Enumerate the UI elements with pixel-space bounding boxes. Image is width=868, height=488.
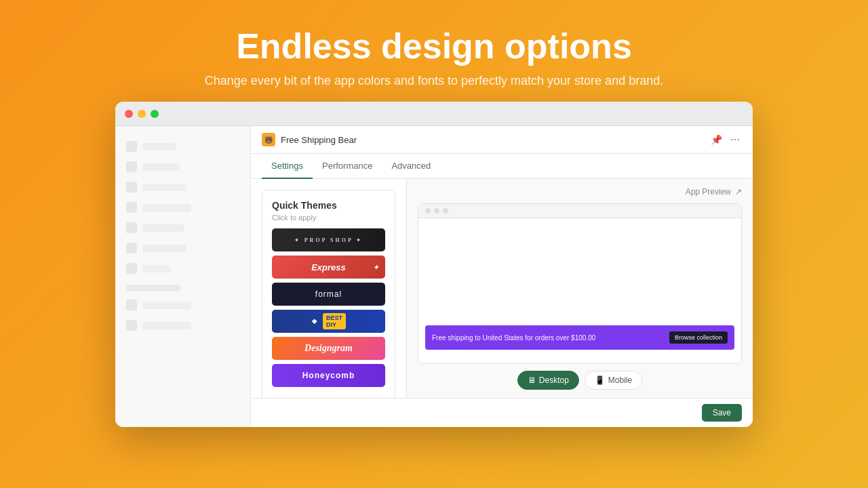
browser-titlebar <box>115 102 753 126</box>
preview-label: App Preview <box>686 187 731 197</box>
sidebar-label-orders <box>142 163 180 171</box>
hero-subtitle: Change every bit of the app colors and f… <box>205 74 663 88</box>
sidebar-item-products[interactable] <box>115 178 250 197</box>
preview-dot-2 <box>434 208 439 214</box>
products-icon <box>126 182 137 192</box>
theme-prop-shop-label: ✦ PROP SHOP ✦ <box>272 228 385 251</box>
theme-express-label: Express <box>311 262 346 272</box>
tab-advanced[interactable]: Advanced <box>382 154 440 179</box>
preview-browser: Free shipping to United States for order… <box>418 203 742 364</box>
sidebar <box>115 126 251 427</box>
analytics-icon <box>126 222 137 233</box>
sidebar-section-label <box>126 285 180 291</box>
more-icon[interactable]: ⋯ <box>728 133 742 146</box>
header-icons: 📌 ⋯ <box>709 133 742 146</box>
apps-icon <box>126 263 137 274</box>
mobile-button[interactable]: 📱 Mobile <box>585 371 642 390</box>
customers-icon <box>126 202 137 213</box>
sidebar-label-home <box>142 143 176 150</box>
app-layout: 🐻 Free Shipping Bear 📌 ⋯ Settings Perfor… <box>115 126 753 427</box>
theme-designgram-label: Designgram <box>304 343 353 354</box>
sidebar-item-discounts[interactable] <box>115 239 250 258</box>
theme-best-diy[interactable]: ❖ BESTDIY <box>272 310 385 333</box>
sidebar-item-online-store[interactable] <box>115 296 250 314</box>
sidebar-item-apps[interactable] <box>115 259 250 278</box>
save-button[interactable]: Save <box>702 404 742 422</box>
preview-dot-1 <box>425 208 431 214</box>
preview-header: App Preview ↗ <box>418 187 742 197</box>
desktop-label: Desktop <box>539 375 569 385</box>
sidebar-item-orders[interactable] <box>115 157 250 176</box>
device-toggle: 🖥 Desktop 📱 Mobile <box>418 371 742 390</box>
traffic-light-yellow[interactable] <box>138 110 146 118</box>
sidebar-item-pos[interactable] <box>115 316 250 335</box>
traffic-light-red[interactable] <box>125 110 133 118</box>
sidebar-label-discounts <box>142 245 186 252</box>
theme-prop-shop[interactable]: ✦ PROP SHOP ✦ <box>272 228 385 251</box>
desktop-button[interactable]: 🖥 Desktop <box>517 371 579 390</box>
app-name: Free Shipping Bear <box>281 135 709 145</box>
quick-themes-card: Quick Themes Click to apply ✦ PROP SHOP … <box>262 190 395 398</box>
content-area: Quick Themes Click to apply ✦ PROP SHOP … <box>251 179 753 398</box>
preview-content: Free shipping to United States for order… <box>418 218 741 363</box>
pin-icon[interactable]: 📌 <box>709 133 723 146</box>
desktop-icon: 🖥 <box>528 375 536 385</box>
hero-section: Endless design options Change every bit … <box>205 0 663 88</box>
theme-best-diy-label: BESTDIY <box>323 313 346 329</box>
quick-themes-subtitle: Click to apply <box>272 214 385 222</box>
preview-bar-text: Free shipping to United States for order… <box>432 334 595 342</box>
theme-formal[interactable]: formal <box>272 283 385 306</box>
sidebar-item-customers[interactable] <box>115 198 250 217</box>
hero-title: Endless design options <box>205 27 663 66</box>
tab-settings[interactable]: Settings <box>262 154 313 179</box>
sidebar-item-analytics[interactable] <box>115 218 250 237</box>
preview-panel: App Preview ↗ Free shipping to United St… <box>407 179 753 398</box>
theme-designgram[interactable]: Designgram <box>272 337 385 360</box>
orders-icon <box>126 161 137 172</box>
save-bar: Save <box>251 398 753 427</box>
external-link-icon[interactable]: ↗ <box>735 187 742 197</box>
best-diy-arrow: ❖ <box>311 318 317 325</box>
mobile-icon: 📱 <box>595 375 605 385</box>
online-store-icon <box>126 300 137 310</box>
sidebar-label-customers <box>142 204 191 211</box>
home-icon <box>126 141 137 152</box>
preview-bar-button[interactable]: Browse collection <box>669 331 728 344</box>
sidebar-label-apps <box>142 265 171 272</box>
pos-icon <box>126 320 137 331</box>
sidebar-label-pos <box>142 322 191 329</box>
discounts-icon <box>126 243 137 253</box>
app-header: 🐻 Free Shipping Bear 📌 ⋯ <box>251 126 753 154</box>
sidebar-label-analytics <box>142 224 184 232</box>
mobile-label: Mobile <box>608 375 632 385</box>
sidebar-label-online-store <box>142 302 191 309</box>
tab-bar: Settings Performance Advanced <box>251 154 753 179</box>
theme-formal-label: formal <box>315 289 342 299</box>
theme-honeycomb-label: Honeycomb <box>302 371 355 380</box>
theme-honeycomb[interactable]: Honeycomb <box>272 364 385 387</box>
browser-window: 🐻 Free Shipping Bear 📌 ⋯ Settings Perfor… <box>115 102 753 427</box>
theme-express[interactable]: Express <box>272 256 385 279</box>
preview-announcement-bar: Free shipping to United States for order… <box>425 325 734 350</box>
sidebar-label-products <box>142 184 186 191</box>
tab-performance[interactable]: Performance <box>313 154 382 179</box>
preview-dot-3 <box>443 208 448 214</box>
sidebar-item-home[interactable] <box>115 137 250 156</box>
app-icon: 🐻 <box>262 133 275 146</box>
preview-browser-bar <box>418 204 741 218</box>
main-content: 🐻 Free Shipping Bear 📌 ⋯ Settings Perfor… <box>251 126 753 427</box>
quick-themes-title: Quick Themes <box>272 200 385 211</box>
settings-panel: Quick Themes Click to apply ✦ PROP SHOP … <box>251 179 407 398</box>
traffic-light-green[interactable] <box>151 110 159 118</box>
